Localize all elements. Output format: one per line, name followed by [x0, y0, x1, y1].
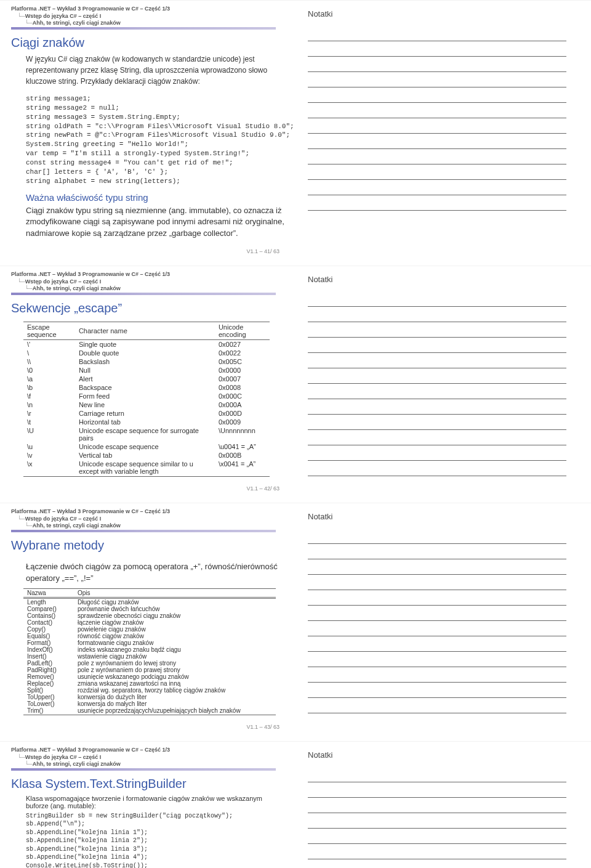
- note-line: [308, 121, 566, 134]
- breadcrumb-l1: Platforma .NET – Wykład 3 Programowanie …: [11, 508, 284, 516]
- slide1-subhead: Ważna właściwość typu string: [26, 192, 284, 203]
- col-nazwa: Nazwa: [23, 588, 74, 598]
- breadcrumb: Platforma .NET – Wykład 3 Programowanie …: [11, 747, 284, 768]
- slide4-para1: Klasa wspomagające tworzenie i formatowa…: [26, 795, 284, 809]
- slide1-title: Ciągi znaków: [11, 36, 284, 50]
- breadcrumb-l3: Ahh, te stringi, czyli ciągi znaków: [33, 20, 121, 26]
- header-rule: [11, 530, 276, 532]
- note-line: [308, 294, 566, 307]
- slide1-subpara: Ciągi znaków typu string są niezmienne (…: [26, 205, 284, 240]
- breadcrumb-l3: Ahh, te stringi, czyli ciągi znaków: [33, 761, 121, 767]
- slide2-footer: V1.1 – 42/ 63: [11, 485, 284, 492]
- note-line: [308, 700, 566, 713]
- note-line: [308, 432, 566, 445]
- slide1-body: W języku C# ciąg znaków (w kodowanych w …: [26, 54, 284, 87]
- breadcrumb: Platforma .NET – Wykład 3 Programowanie …: [11, 6, 284, 27]
- note-line: [308, 685, 566, 698]
- note-line: [308, 90, 566, 103]
- header-rule: [11, 293, 276, 295]
- breadcrumb: Platforma .NET – Wykład 3 Programowanie …: [11, 271, 284, 293]
- note-line: [308, 355, 566, 368]
- note-line: [308, 28, 566, 41]
- header-rule: [11, 27, 276, 30]
- note-line: [308, 402, 566, 415]
- breadcrumb-l1: Platforma .NET – Wykład 3 Programowanie …: [11, 6, 284, 13]
- notes-label: Notatki: [308, 750, 566, 760]
- breadcrumb-l2: Wstęp do języka C# – część I: [25, 278, 102, 285]
- note-line: [308, 59, 566, 72]
- note-line: [308, 198, 566, 211]
- breadcrumb-l1: Platforma .NET – Wykład 3 Programowanie …: [11, 747, 284, 754]
- col-escape: Escape sequence: [23, 322, 75, 340]
- note-line: [308, 593, 566, 606]
- note-line: [308, 463, 566, 476]
- note-line: [308, 152, 566, 164]
- note-line: [308, 816, 566, 829]
- note-line: [308, 105, 566, 118]
- slide2-title: Sekwencje „escape”: [11, 301, 284, 315]
- breadcrumb-l2: Wstęp do języka C# – część I: [25, 13, 102, 19]
- note-line: [308, 785, 566, 798]
- breadcrumb-l1: Platforma .NET – Wykład 3 Programowanie …: [11, 271, 284, 278]
- notes-label: Notatki: [308, 275, 566, 284]
- slide4-title: Klasa System.Text.StringBuilder: [11, 777, 284, 791]
- note-line: [308, 623, 566, 636]
- escape-table: Escape sequence Character name Unicode e…: [23, 322, 270, 477]
- slide1-body-tail: Przykłady deklaracji ciągów znaków:: [81, 77, 200, 86]
- note-line: [308, 417, 566, 430]
- note-line: [308, 608, 566, 621]
- slide4-code1: StringBuilder sb = new StringBuilder("ci…: [26, 812, 284, 868]
- breadcrumb-l3: Ahh, te stringi, czyli ciągi znaków: [33, 285, 121, 291]
- slide3-intro: Łączenie dwóch ciągów za pomocą operator…: [26, 561, 284, 585]
- note-line: [308, 769, 566, 782]
- methods-table: Nazwa Opis LengthDługość ciągu znaków Co…: [23, 588, 276, 715]
- note-line: [308, 371, 566, 384]
- note-line: [308, 800, 566, 813]
- note-line: [308, 831, 566, 844]
- note-line: [308, 639, 566, 652]
- note-line: [308, 136, 566, 149]
- note-line: [308, 325, 566, 338]
- col-name: Character name: [75, 322, 215, 340]
- note-line: [308, 654, 566, 667]
- slide3-footer: V1.1 – 43/ 63: [11, 724, 284, 730]
- slide1-code: string message1; string message2 = null;…: [26, 94, 284, 185]
- notes-label: Notatki: [308, 9, 566, 18]
- slide3-title: Wybrane metody: [11, 538, 284, 553]
- note-line: [308, 75, 566, 87]
- header-rule: [11, 768, 276, 771]
- note-line: [308, 546, 566, 559]
- breadcrumb-l2: Wstęp do języka C# – część I: [25, 754, 102, 760]
- breadcrumb-l2: Wstęp do języka C# – część I: [25, 516, 102, 522]
- note-line: [308, 309, 566, 322]
- note-line: [308, 531, 566, 544]
- note-line: [308, 182, 566, 195]
- col-encoding: Unicode encoding: [215, 322, 270, 340]
- note-line: [308, 577, 566, 590]
- note-line: [308, 44, 566, 57]
- col-opis: Opis: [74, 588, 276, 598]
- note-line: [308, 448, 566, 461]
- note-line: [308, 167, 566, 180]
- note-line: [308, 386, 566, 399]
- breadcrumb-l3: Ahh, te stringi, czyli ciągi znaków: [33, 522, 121, 529]
- notes-label: Notatki: [308, 512, 566, 521]
- breadcrumb: Platforma .NET – Wykład 3 Programowanie …: [11, 508, 284, 530]
- note-line: [308, 340, 566, 353]
- note-line: [308, 562, 566, 575]
- slide1-footer: V1.1 – 41/ 63: [11, 248, 284, 254]
- note-line: [308, 862, 566, 868]
- note-line: [308, 670, 566, 683]
- note-line: [308, 846, 566, 859]
